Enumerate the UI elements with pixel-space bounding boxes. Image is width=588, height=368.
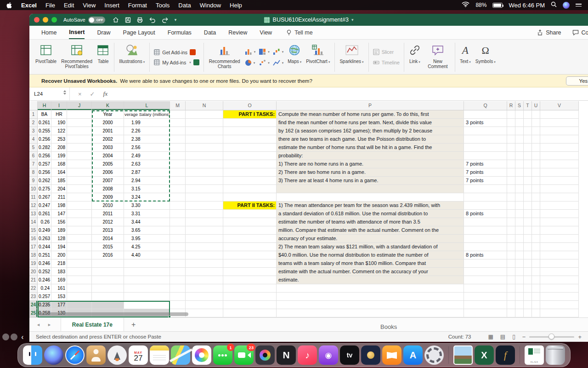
next-sheet-icon[interactable]: ► [47,322,51,327]
cell-T24[interactable] [524,301,532,309]
row-header-14[interactable]: 14 [29,218,38,226]
cell-H9[interactable]: 0.262 [38,177,51,185]
dock-system-preferences-icon[interactable] [424,345,444,365]
ribbon-tab-draw[interactable]: Draw [97,26,110,39]
dock-podcasts-icon[interactable]: ◉ [319,345,338,365]
cell-U21[interactable] [532,276,540,284]
cell-S3[interactable] [515,127,524,135]
cell-L20[interactable] [124,268,170,276]
cell-V14[interactable] [540,218,579,226]
dock-maps-icon[interactable] [171,345,190,365]
cell-S7[interactable] [515,160,524,168]
row-header-5[interactable]: 5 [29,144,38,152]
cell-P22[interactable] [277,284,464,293]
prev-sheet-icon[interactable]: ◄ [36,322,40,327]
cell-U8[interactable] [532,168,540,177]
cell-T3[interactable] [524,127,532,135]
cell-P19[interactable]: teams with a team salary of more than $1… [277,259,464,268]
toolbar-options-caret[interactable]: ▾ [175,17,177,22]
cell-K18[interactable]: 2016 [92,251,124,259]
cell-J22[interactable] [67,284,92,293]
cell-P7[interactable]: 1) There are no home runs in a game. [277,160,464,168]
cell-K23[interactable] [92,293,124,301]
cancel-icon[interactable]: × [78,91,82,98]
row-header-25[interactable]: 25 [29,309,38,317]
cell-M22[interactable] [170,284,186,293]
cell-S13[interactable] [515,210,524,218]
cell-T17[interactable] [524,243,532,251]
cell-T18[interactable] [524,251,532,259]
cell-N21[interactable] [186,276,223,284]
cell-P14[interactable]: estimate the number of teams with attend… [277,218,464,226]
cell-K6[interactable]: 2004 [92,152,124,160]
dock-image-preview-icon[interactable] [453,345,473,365]
cell-N4[interactable] [186,135,223,144]
cell-P12[interactable]: 1) The mean attendance per team for the … [277,201,464,210]
cell-M7[interactable] [170,160,186,168]
cell-I19[interactable]: 218 [51,259,67,268]
cell-O8[interactable] [223,168,277,177]
row-header-17[interactable]: 17 [29,243,38,251]
line-chart-button[interactable]: ▾ [272,58,285,68]
cell-Q13[interactable]: 8 points [464,210,507,218]
column-header-V[interactable]: V [540,101,579,110]
cell-Q19[interactable] [464,259,507,268]
cell-K21[interactable] [92,276,124,284]
menu-edit[interactable]: Edit [64,2,74,9]
zoom-slider-thumb[interactable] [548,334,554,339]
normal-view-icon[interactable]: ▦ [488,334,493,340]
cell-R18[interactable] [507,251,515,259]
cell-S14[interactable] [515,218,524,226]
cell-R1[interactable] [507,110,515,119]
cell-V9[interactable] [540,177,579,185]
cell-R22[interactable] [507,284,515,293]
hierarchy-chart-button[interactable]: ▾ [258,46,271,57]
column-header-M[interactable]: M [170,101,186,110]
cell-U16[interactable] [532,235,540,243]
cell-P18[interactable]: $40.0 million. Use the normal distributi… [277,251,464,259]
cell-S15[interactable] [515,226,524,235]
cell-K9[interactable]: 2007 [92,177,124,185]
row-header-9[interactable]: 9 [29,177,38,185]
ribbon-tab-formulas[interactable]: Formulas [168,26,192,39]
dock-safari-icon[interactable] [65,345,85,365]
row-header-3[interactable]: 3 [29,127,38,135]
spotlight-icon[interactable] [551,1,557,9]
cell-T15[interactable] [524,226,532,235]
cell-Q10[interactable] [464,185,507,193]
cell-I1[interactable]: HR [51,110,67,119]
cell-S8[interactable] [515,168,524,177]
cell-I12[interactable]: 198 [51,201,67,210]
cell-J20[interactable] [67,268,92,276]
cell-N14[interactable] [186,218,223,226]
cell-H7[interactable]: 0.257 [38,160,51,168]
name-box-stepper[interactable] [63,90,66,95]
page-layout-view-icon[interactable]: ▤ [500,334,505,340]
sheet-tab-real-estate-17e[interactable]: Real Estate 17e [61,318,124,331]
cell-U2[interactable] [532,119,540,127]
cell-N11[interactable] [186,193,223,201]
cell-S11[interactable] [515,193,524,201]
cell-T4[interactable] [524,135,532,144]
add-sheet-button[interactable]: + [131,321,136,329]
dock-books-icon[interactable] [382,345,401,365]
cell-S5[interactable] [515,144,524,152]
cell-M21[interactable] [170,276,186,284]
cell-P20[interactable]: estimate with the actual number. Comment… [277,268,464,276]
pivottable-button[interactable]: PivotTable [33,41,59,74]
cell-V10[interactable] [540,185,579,193]
cell-V22[interactable] [540,284,579,293]
waterfall-chart-button[interactable]: ▾ [272,46,285,57]
cell-V21[interactable] [540,276,579,284]
cell-K14[interactable]: 2012 [92,218,124,226]
cell-S4[interactable] [515,135,524,144]
cell-V11[interactable] [540,193,579,201]
cell-V3[interactable] [540,127,579,135]
column-header-O[interactable]: O [223,101,277,110]
cell-Q11[interactable] [464,193,507,201]
dock-notes-icon[interactable] [150,345,169,365]
cell-J6[interactable] [67,152,92,160]
timeline-button[interactable]: Timeline [373,59,400,66]
cell-R24[interactable] [507,301,515,309]
row-header-11[interactable]: 11 [29,193,38,201]
